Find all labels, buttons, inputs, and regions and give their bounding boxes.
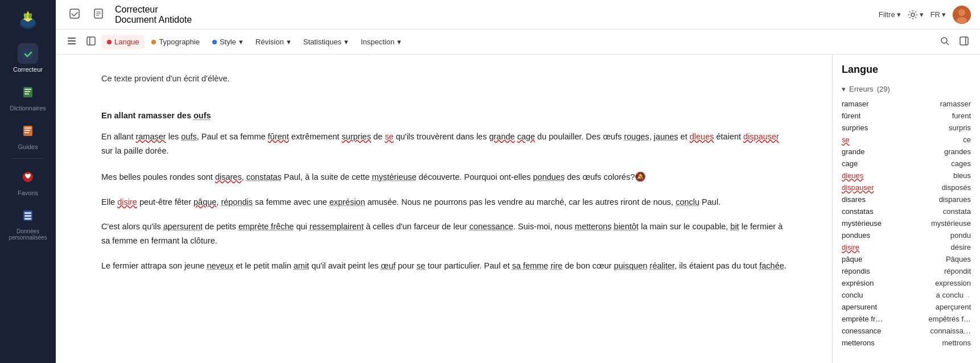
statistiques-tab[interactable]: Statistiques ▾ (298, 35, 354, 49)
error-row[interactable]: répondisrépondit (833, 265, 980, 277)
error-row[interactable]: constatasconstata (833, 205, 980, 217)
error-row[interactable]: grandegrandes (833, 146, 980, 158)
sidebar-item-favoris[interactable]: Favoris (0, 162, 56, 201)
document-editor[interactable]: Ce texte provient d'un écrit d'élève. En… (56, 55, 832, 363)
doc-intro: Ce texte provient d'un écrit d'élève. (101, 72, 787, 86)
svg-rect-14 (24, 132, 29, 133)
donnees-icon-wrap (18, 205, 38, 226)
langue-tab[interactable]: Langue (101, 35, 145, 49)
error-row[interactable]: dleuesbleus (833, 170, 980, 182)
error-row[interactable]: surpriessurpris (833, 122, 980, 134)
svg-point-22 (911, 13, 915, 16)
topbar-icon-check[interactable] (65, 6, 84, 24)
lang-button[interactable]: FR ▾ (930, 10, 946, 19)
error-row[interactable]: conclua conclu⌄ (833, 289, 980, 301)
error-row[interactable]: mystèrieusemystérieuse (833, 217, 980, 229)
error-row[interactable]: disaresdisparues (833, 193, 980, 205)
error-original-text: conclu (842, 291, 899, 299)
topbar-icon-doc[interactable] (89, 6, 108, 24)
error-row[interactable]: cagecages (833, 158, 980, 170)
error-original-text: exprésion (842, 279, 899, 287)
error-row[interactable]: conessanceconnaissa… (833, 325, 980, 337)
langue-dot (107, 40, 112, 44)
error-correction-text: expression (935, 279, 971, 287)
favoris-icon-wrap (18, 167, 38, 187)
dleues-word: dleues (690, 132, 714, 141)
svg-rect-34 (965, 37, 966, 45)
apersurent-word: apersurent (163, 222, 203, 231)
oeuf-word: œuf (381, 261, 396, 270)
panel-toggle-button[interactable] (955, 34, 973, 51)
svg-rect-6 (23, 48, 33, 59)
conclu-word: conclu (676, 197, 699, 207)
revision-chevron: ▾ (287, 38, 291, 46)
style-label: Style (220, 38, 236, 46)
doc-toggle-button[interactable] (82, 34, 100, 51)
rire-word: rire (550, 261, 562, 270)
topbar-right: Filtre ▾ ▾ FR ▾ (879, 6, 971, 24)
error-correction-text: bleus (953, 171, 971, 180)
search-button[interactable] (936, 34, 954, 51)
typographie-tab[interactable]: Typographie (146, 35, 205, 49)
sidebar-item-dictionnaires[interactable]: Dictionnaires (0, 77, 56, 116)
error-row[interactable]: apersurentaperçurent (833, 301, 980, 313)
avatar[interactable] (953, 6, 971, 24)
error-original-text: dispauser (842, 183, 899, 192)
error-correction-text: mettrons (942, 339, 971, 347)
error-row[interactable]: dispauserdisposés (833, 182, 980, 193)
sidebar-toggle-button[interactable] (63, 34, 81, 51)
settings-button[interactable]: ▾ (908, 10, 924, 20)
fachee-word: fachée (759, 261, 784, 270)
sidebar-item-guides[interactable]: Guides (0, 116, 56, 155)
se-word: se (385, 132, 393, 141)
doc-para-5: Le fermier attrapa son jeune neveux et l… (101, 259, 787, 273)
error-correction-text: surpris (949, 123, 971, 132)
statistiques-chevron: ▾ (344, 38, 348, 46)
error-row[interactable]: emprète fr…empêtrés f… (833, 313, 980, 325)
error-original-text: conessance (842, 327, 899, 335)
error-original-text: pâque (842, 255, 899, 263)
sidebar-label-guides: Guides (18, 143, 38, 150)
surpries-word: surpries (341, 132, 371, 141)
error-correction-text: cages (951, 159, 971, 168)
sa-femme-word: sa femme (512, 261, 549, 270)
error-correction-text: a conclu⌄ (936, 291, 971, 299)
revision-tab[interactable]: Révision ▾ (250, 35, 297, 49)
error-row[interactable]: disiredésire (833, 241, 980, 253)
disares-word: disares (215, 172, 242, 182)
right-panel: Langue ▾ Erreurs (29) ramaserramasserfûr… (832, 55, 980, 363)
toolbar: Langue Typographie Style ▾ Révision ▾ St… (56, 30, 980, 55)
error-original-text: apersurent (842, 303, 899, 311)
error-row[interactable]: sece (833, 134, 980, 146)
style-tab[interactable]: Style ▾ (207, 35, 249, 49)
errors-section-header[interactable]: ▾ Erreurs (29) (833, 82, 980, 98)
inspection-tab[interactable]: Inspection ▾ (355, 35, 407, 49)
error-row[interactable]: ramaserramasser (833, 98, 980, 110)
error-row[interactable]: metteronsmettrons (833, 337, 980, 349)
sidebar-item-donnees[interactable]: Donnéespersonnalisées (0, 201, 56, 245)
error-correction-text: connaissa… (930, 327, 971, 335)
svg-rect-30 (89, 37, 90, 45)
repondis-word: répondis (221, 197, 253, 207)
doc-para-3: Elle disire peut-être fêter pâque, répon… (101, 195, 787, 209)
error-row[interactable]: ponduespondu (833, 229, 980, 241)
svg-rect-29 (87, 37, 95, 45)
inspection-chevron: ▾ (397, 38, 401, 46)
error-row[interactable]: exprésionexpression (833, 277, 980, 289)
svg-rect-26 (68, 38, 76, 39)
sidebar-item-correcteur[interactable]: Correcteur (0, 39, 56, 77)
topbar-title: Correcteur Document Antidote (115, 5, 192, 25)
sidebar-divider (11, 158, 45, 159)
dictionnaires-icon-wrap (18, 82, 38, 102)
disire-word: disire (117, 197, 137, 207)
error-original-text: se (842, 135, 899, 144)
filtre-button[interactable]: Filtre ▾ (879, 10, 901, 19)
error-correction-text: répondit (944, 267, 971, 275)
error-original-text: dleues (842, 171, 899, 180)
svg-rect-17 (24, 212, 31, 214)
error-correction-text: constata (943, 207, 971, 216)
error-row[interactable]: pâquePâques (833, 253, 980, 265)
error-row[interactable]: fûrentfurent (833, 110, 980, 122)
error-original-text: emprète fr… (842, 315, 899, 323)
doc-para-4: C'est alors qu'ils apersurent de petits … (101, 220, 787, 249)
